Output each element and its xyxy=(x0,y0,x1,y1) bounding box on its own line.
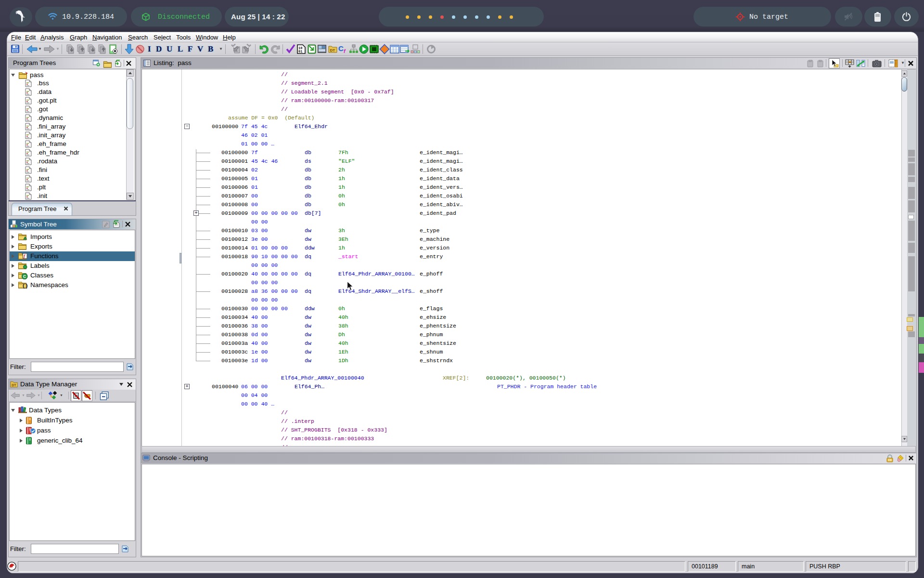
svg-text:01: 01 xyxy=(298,50,302,53)
svg-text:{}: {} xyxy=(22,283,28,289)
svg-text:C: C xyxy=(23,274,26,279)
svg-text:DT: DT xyxy=(12,383,16,387)
svg-text:DT: DT xyxy=(330,48,335,53)
